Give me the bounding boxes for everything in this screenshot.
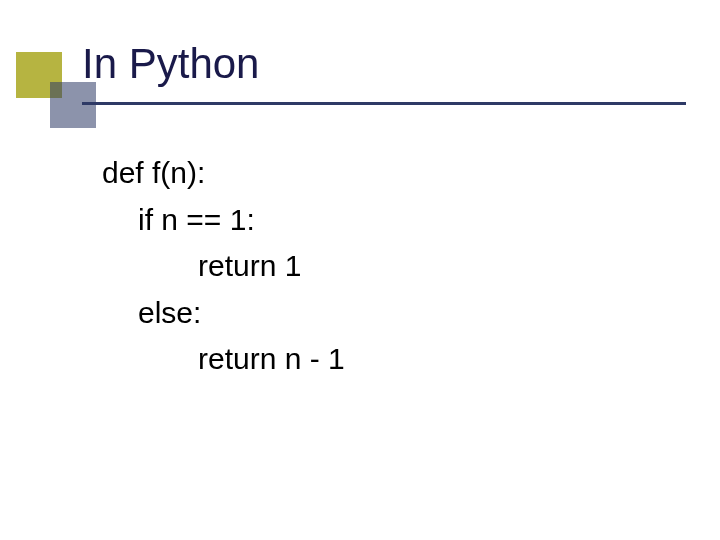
decor-box-navy [50,82,96,128]
title-underline [82,102,686,105]
code-line-3: return 1 [102,243,345,290]
slide-title: In Python [82,40,259,88]
code-line-1: def f(n): [102,150,345,197]
code-line-4: else: [102,290,345,337]
slide: In Python def f(n): if n == 1: return 1 … [0,0,720,540]
code-line-5: return n - 1 [102,336,345,383]
code-block: def f(n): if n == 1: return 1 else: retu… [102,150,345,383]
code-line-2: if n == 1: [102,197,345,244]
